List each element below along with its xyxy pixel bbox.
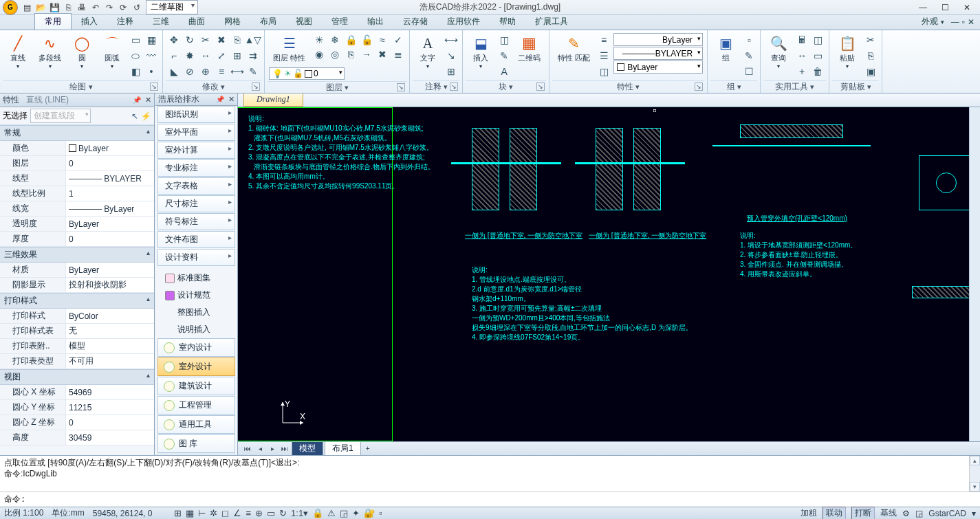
id-icon[interactable]: +	[795, 65, 809, 78]
ribbon-tab-ext[interactable]: 扩展工具	[525, 14, 578, 30]
join-icon[interactable]: ⊕	[199, 65, 213, 78]
trim-icon[interactable]: ✂	[199, 33, 213, 47]
design-tab-outdoor[interactable]: 室外设计	[157, 357, 235, 376]
scale-icon[interactable]: ⤢	[215, 49, 228, 63]
selection-combo[interactable]: 创建直线段	[30, 109, 91, 123]
prop-thickness-value[interactable]: 0	[65, 232, 154, 246]
rotate-icon[interactable]: ↻	[183, 33, 197, 47]
quicksel-icon[interactable]: ⚡	[141, 111, 151, 121]
cut-icon[interactable]: ✂	[864, 33, 878, 47]
status-base[interactable]: 基线	[880, 507, 897, 519]
vertical-scrollbar[interactable]	[969, 107, 980, 441]
prop-color-value[interactable]: ByLayer	[65, 141, 154, 155]
group-button[interactable]: ▣组	[712, 33, 739, 63]
expand-icon[interactable]: ↘	[450, 82, 458, 91]
laydel-icon[interactable]: ✖	[375, 47, 389, 61]
fillet-icon[interactable]: ⌐	[167, 49, 181, 63]
layer-props-button[interactable]: ☰图层 特性	[269, 33, 309, 63]
command-input[interactable]	[28, 495, 976, 505]
array-icon[interactable]: ⊞	[230, 49, 244, 63]
list-icon[interactable]: ≡	[597, 33, 611, 47]
model-tab[interactable]: 模型	[292, 441, 323, 455]
circle-button[interactable]: ◯圆▾	[68, 33, 96, 71]
edit-icon[interactable]: ✎	[246, 65, 260, 78]
status-expand-icon[interactable]: ◲	[915, 509, 923, 518]
ellipse-icon[interactable]: ⬭	[129, 49, 142, 63]
ribbon-tab-manage[interactable]: 管理	[322, 14, 358, 30]
status-link[interactable]: 联动	[823, 507, 846, 519]
clean-icon[interactable]: ▫	[379, 508, 382, 518]
arc-button[interactable]: ⌒圆弧▾	[98, 33, 126, 71]
pin-icon[interactable]: 📌	[133, 96, 141, 104]
expand-icon[interactable]: ↘	[536, 82, 545, 91]
prop-pattach-value[interactable]: 模型	[65, 339, 154, 353]
align-icon[interactable]: ≡	[215, 65, 228, 78]
ribbon-tab-output[interactable]: 输出	[358, 14, 393, 30]
cycle-icon[interactable]: ↻	[279, 508, 287, 518]
close-icon[interactable]: ✕	[957, 1, 977, 14]
layer-current-combo[interactable]: 💡☀🔓0	[269, 67, 345, 80]
ribbon-tab-apps[interactable]: 应用软件	[437, 14, 490, 30]
prop-ltscale-value[interactable]: 1	[65, 186, 154, 201]
color-combo[interactable]: ByLayer	[613, 33, 703, 46]
edit-block-icon[interactable]: ✎	[497, 49, 511, 63]
scroll-down-icon[interactable]: ▾	[970, 482, 980, 492]
scroll-up-icon[interactable]: ▴	[970, 456, 980, 465]
prop-layer-value[interactable]: 0	[65, 156, 154, 170]
ungroup-icon[interactable]: ▫	[742, 33, 756, 47]
next-tab-icon[interactable]: ▸	[267, 443, 278, 454]
status-break[interactable]: 打断	[851, 507, 875, 519]
otrack-icon[interactable]: ∠	[233, 508, 241, 518]
prop-cy-value[interactable]: 11215	[65, 400, 154, 415]
filter-icon[interactable]: ↖	[131, 111, 138, 121]
ribbon-tab-layout[interactable]: 布局	[250, 14, 286, 30]
ribbon-tab-insert[interactable]: 插入	[72, 14, 107, 30]
open-icon[interactable]: 📂	[34, 1, 47, 14]
design-tab-arch[interactable]: 建筑设计	[157, 377, 235, 395]
move-icon[interactable]: ✥	[167, 33, 181, 47]
canvas[interactable]: 说明: 1. 砌砖体: 地面下(也叫砌MU10实心砖,M7.5水泥砂浆砌筑; 灌…	[238, 107, 980, 441]
offset-icon[interactable]: ⇉	[246, 49, 260, 63]
expand-icon[interactable]: ↘	[397, 83, 405, 91]
expand-icon[interactable]: ↘	[695, 82, 703, 91]
menu-extra[interactable]: 整图插入	[157, 304, 235, 321]
copy-clip-icon[interactable]: ⎘	[864, 49, 878, 63]
matchprop-button[interactable]: ✎特性 匹配	[554, 33, 594, 63]
prop-transparency-value[interactable]: ByLayer	[65, 217, 154, 231]
erase-icon[interactable]: ✖	[215, 33, 228, 47]
mirror-icon[interactable]: ▲▽	[246, 33, 260, 47]
prop-pstyle-value[interactable]: ByColor	[65, 309, 154, 323]
menu-item[interactable]: 室外平面	[157, 124, 235, 141]
panel-close-icon[interactable]: ✕	[228, 95, 235, 104]
line-button[interactable]: ╱直线▾	[4, 33, 32, 71]
snap-icon[interactable]: ⊞	[174, 508, 182, 518]
section-3d[interactable]: 三维效果▴	[0, 247, 154, 263]
lock-icon[interactable]: 🔐	[364, 508, 375, 518]
document-tab[interactable]: Drawing1	[243, 93, 303, 107]
region-icon[interactable]: ◧	[129, 65, 142, 78]
saveas-icon[interactable]: ⎘	[62, 1, 74, 14]
expand-icon[interactable]: ↘	[252, 82, 260, 91]
ribbon-appearance[interactable]: 外观▾—▫✕	[916, 14, 980, 30]
osnap-icon[interactable]: ◻	[221, 508, 229, 518]
last-tab-icon[interactable]: ⏭	[279, 443, 290, 454]
redo-icon[interactable]: ↷	[103, 1, 116, 14]
ortho-icon[interactable]: ⊢	[198, 508, 206, 518]
sync-icon[interactable]: ↺	[131, 1, 143, 14]
hatch-icon[interactable]: ▦	[144, 33, 158, 47]
copy-icon[interactable]: ⎘	[230, 33, 244, 47]
stretch-icon[interactable]: ↔	[199, 49, 213, 63]
prop-cz-value[interactable]: 0	[65, 415, 154, 430]
paste-spec-icon[interactable]: ▣	[864, 65, 878, 78]
model-icon[interactable]: ▭	[267, 508, 275, 518]
status-dropdown-icon[interactable]: ▾	[972, 509, 976, 518]
linetype-combo[interactable]: ———— BYLAYER	[613, 47, 703, 60]
ribbon-tab-mesh[interactable]: 网格	[215, 14, 250, 30]
purge-icon[interactable]: 🗑	[811, 65, 825, 78]
laycopy-icon[interactable]: ⎘	[344, 47, 358, 61]
ribbon-tab-annotate[interactable]: 注释	[107, 14, 143, 30]
chamfer-icon[interactable]: ◣	[167, 65, 181, 78]
layuniso-icon[interactable]: ◎	[328, 47, 342, 61]
ribbon-tab-3d[interactable]: 三维	[143, 14, 179, 30]
workspace-icon[interactable]: ✦	[352, 508, 360, 518]
